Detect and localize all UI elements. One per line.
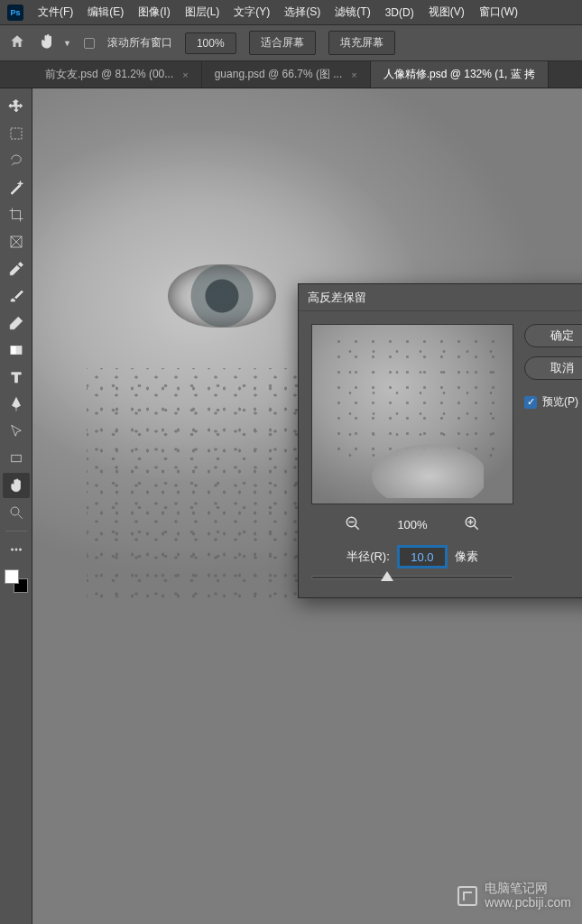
crop-tool[interactable] bbox=[3, 202, 30, 227]
dialog-titlebar[interactable]: 高反差保留 × bbox=[299, 284, 582, 311]
brush-tool[interactable] bbox=[3, 283, 30, 309]
rectangle-tool[interactable] bbox=[3, 446, 30, 471]
hand-tool[interactable] bbox=[3, 473, 30, 498]
move-tool[interactable] bbox=[3, 94, 30, 119]
cancel-button[interactable]: 取消 bbox=[524, 356, 582, 380]
document-tab[interactable]: 人像精修.psd @ 132% (1, 蓝 拷 bbox=[371, 61, 549, 88]
menu-window[interactable]: 窗口(W) bbox=[474, 3, 523, 22]
menu-layer[interactable]: 图层(L) bbox=[180, 3, 226, 22]
gradient-tool[interactable] bbox=[3, 337, 30, 363]
ok-button[interactable]: 确定 bbox=[524, 324, 582, 347]
menu-type[interactable]: 文字(Y) bbox=[228, 3, 275, 22]
radius-label: 半径(R): bbox=[346, 549, 390, 565]
zoom-row: 100% bbox=[345, 515, 479, 534]
zoom-100-button[interactable]: 100% bbox=[185, 32, 236, 54]
lasso-tool[interactable] bbox=[3, 148, 30, 173]
zoom-tool[interactable] bbox=[3, 500, 30, 525]
watermark-logo-icon bbox=[457, 886, 477, 906]
hand-tool-icon[interactable] bbox=[38, 32, 56, 53]
svg-rect-3 bbox=[11, 346, 16, 355]
dialog-body: 100% 半径(R): 像素 bbox=[299, 311, 582, 597]
marquee-tool[interactable] bbox=[3, 121, 30, 146]
option-bar: ▼ 滚动所有窗口 100% 适合屏幕 填充屏幕 bbox=[0, 25, 582, 61]
chevron-down-icon[interactable]: ▼ bbox=[63, 39, 71, 48]
document-tab[interactable]: 前女友.psd @ 81.2% (00... × bbox=[32, 61, 202, 88]
workspace: 高反差保留 × 100% bbox=[0, 88, 582, 924]
preview-column: 100% 半径(R): 像素 bbox=[311, 324, 513, 579]
zoom-percent: 100% bbox=[397, 518, 427, 531]
fit-screen-button[interactable]: 适合屏幕 bbox=[249, 31, 316, 55]
filter-preview[interactable] bbox=[311, 324, 513, 504]
type-tool[interactable] bbox=[3, 365, 30, 390]
watermark: 电脑笔记网 www.pcbiji.com bbox=[457, 882, 571, 910]
slider-thumb-icon[interactable] bbox=[381, 571, 393, 581]
path-select-tool[interactable] bbox=[3, 419, 30, 444]
scroll-all-checkbox[interactable] bbox=[84, 38, 95, 49]
zoom-in-icon[interactable] bbox=[464, 515, 480, 534]
radius-slider[interactable] bbox=[311, 576, 513, 579]
eraser-tool[interactable] bbox=[3, 310, 30, 336]
menu-bar: Ps 文件(F) 编辑(E) 图像(I) 图层(L) 文字(Y) 选择(S) 滤… bbox=[0, 0, 582, 25]
menu-view[interactable]: 视图(V) bbox=[423, 3, 470, 22]
app-frame: Ps 文件(F) 编辑(E) 图像(I) 图层(L) 文字(Y) 选择(S) 滤… bbox=[0, 0, 582, 924]
divider bbox=[5, 531, 27, 531]
color-swatches[interactable] bbox=[5, 569, 28, 593]
zoom-out-icon[interactable] bbox=[345, 515, 361, 534]
menu-image[interactable]: 图像(I) bbox=[133, 3, 175, 22]
pen-tool[interactable] bbox=[3, 392, 30, 417]
home-icon[interactable] bbox=[9, 33, 25, 52]
preview-checkbox[interactable]: ✓ bbox=[524, 396, 537, 409]
magic-wand-tool[interactable] bbox=[3, 175, 30, 200]
foreground-color-swatch[interactable] bbox=[5, 569, 19, 584]
menu-3d[interactable]: 3D(D) bbox=[380, 5, 420, 21]
eyedropper-tool[interactable] bbox=[3, 256, 30, 282]
svg-rect-4 bbox=[11, 455, 21, 462]
dialog-title: 高反差保留 bbox=[308, 290, 366, 306]
tab-label: guang.psd @ 66.7% (图 ... bbox=[215, 67, 343, 82]
fill-screen-button[interactable]: 填充屏幕 bbox=[328, 31, 395, 55]
app-logo: Ps bbox=[7, 5, 23, 21]
radius-input[interactable] bbox=[399, 547, 446, 567]
edit-toolbar-icon[interactable] bbox=[3, 537, 30, 562]
tool-palette bbox=[0, 88, 32, 924]
preview-label: 预览(P) bbox=[542, 394, 578, 410]
dialog-side-column: 确定 取消 ✓ 预览(P) bbox=[524, 324, 582, 579]
watermark-line2: www.pcbiji.com bbox=[485, 896, 571, 910]
menu-select[interactable]: 选择(S) bbox=[279, 3, 326, 22]
close-icon[interactable]: × bbox=[182, 69, 188, 80]
svg-point-7 bbox=[14, 549, 16, 550]
svg-point-5 bbox=[11, 507, 19, 515]
document-tab[interactable]: guang.psd @ 66.7% (图 ... × bbox=[202, 61, 371, 88]
tab-label: 前女友.psd @ 81.2% (00... bbox=[45, 67, 173, 82]
close-icon[interactable]: × bbox=[351, 69, 356, 80]
document-tabs: 前女友.psd @ 81.2% (00... × guang.psd @ 66.… bbox=[0, 61, 582, 88]
tab-label: 人像精修.psd @ 132% (1, 蓝 拷 bbox=[383, 67, 535, 82]
menu-edit[interactable]: 编辑(E) bbox=[82, 3, 129, 22]
svg-rect-0 bbox=[11, 128, 22, 139]
watermark-line1: 电脑笔记网 bbox=[485, 882, 571, 895]
radius-unit: 像素 bbox=[455, 549, 478, 565]
canvas[interactable]: 高反差保留 × 100% bbox=[32, 88, 582, 924]
high-pass-dialog: 高反差保留 × 100% bbox=[298, 283, 582, 598]
svg-point-6 bbox=[11, 549, 13, 550]
svg-point-8 bbox=[19, 549, 21, 550]
radius-row: 半径(R): 像素 bbox=[346, 547, 478, 567]
menu-file[interactable]: 文件(F) bbox=[32, 3, 79, 22]
menu-filter[interactable]: 滤镜(T) bbox=[329, 3, 375, 22]
frame-tool[interactable] bbox=[3, 229, 30, 254]
preview-toggle-row: ✓ 预览(P) bbox=[524, 394, 582, 410]
scroll-all-label: 滚动所有窗口 bbox=[107, 35, 172, 51]
